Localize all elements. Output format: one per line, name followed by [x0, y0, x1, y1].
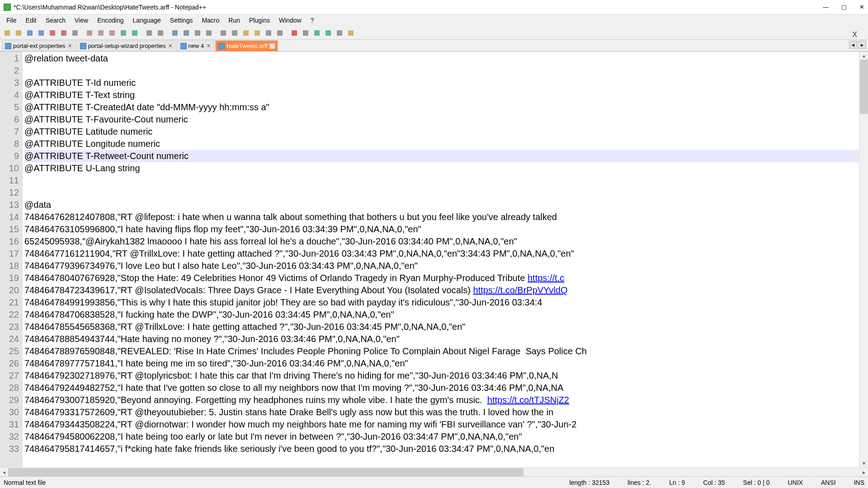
find-icon[interactable]	[144, 28, 155, 38]
code-line[interactable]: @ATTRIBUTE T-Favourite-Cout numeric	[24, 113, 868, 126]
paste-icon[interactable]	[107, 28, 118, 38]
stop-icon[interactable]	[300, 28, 311, 38]
code-line[interactable]: @ATTRIBUTE Latitude numeric	[24, 126, 868, 138]
menu-search[interactable]: Search	[41, 16, 70, 25]
code-line[interactable]: 748464788976590848,"REVEALED: 'Rise In H…	[24, 345, 868, 357]
copy-icon[interactable]	[95, 28, 106, 38]
tab-close-button[interactable]: ×	[67, 43, 73, 49]
code-line[interactable]	[24, 187, 868, 199]
code-line[interactable]: 748464788854943744,"Hate having no money…	[24, 333, 868, 345]
code-line[interactable]: @ATTRIBUTE T-Retweet-Count numeric	[24, 150, 868, 162]
func-list-icon[interactable]	[274, 28, 285, 38]
save-macro-icon[interactable]	[334, 28, 345, 38]
code-line[interactable]: 748464763105996800,"I hate having flips …	[24, 223, 868, 235]
play-multi-icon[interactable]	[323, 28, 334, 38]
wrap-icon[interactable]	[218, 28, 229, 38]
url-link[interactable]: https://t.co/tTJSNjZ2	[487, 395, 569, 405]
menu-encoding[interactable]: Encoding	[93, 16, 128, 25]
tab-next-button[interactable]: ►	[858, 41, 866, 49]
new-file-icon[interactable]	[2, 28, 13, 38]
undo-icon[interactable]	[118, 28, 129, 38]
tab-2[interactable]: new 4×	[177, 40, 215, 51]
play-icon[interactable]	[311, 28, 322, 38]
menu-help[interactable]: ?	[306, 16, 319, 25]
code-line[interactable]: 748464779396734976,"I love Leo but I als…	[24, 260, 868, 272]
code-line[interactable]: @ATTRIBUTE U-Lang string	[24, 162, 868, 174]
code-line[interactable]: 748464784723439617,"RT @IsolatedVocaIs: …	[24, 284, 868, 296]
menu-language[interactable]: Language	[128, 16, 165, 25]
menu-view[interactable]: View	[70, 16, 93, 25]
tab-close-button[interactable]: ×	[206, 43, 211, 49]
menu-settings[interactable]: Settings	[165, 16, 198, 25]
scroll-left-arrow[interactable]: ◄	[0, 468, 8, 476]
code-line[interactable]: @ATTRIBUTE T-Text string	[24, 89, 868, 101]
scroll-up-arrow[interactable]: ▲	[860, 52, 868, 60]
code-line[interactable]: 748464785545658368,"RT @TrillxLove: I ha…	[24, 321, 868, 333]
close-all-icon[interactable]	[58, 28, 69, 38]
code-line[interactable]: 748464762812407808,"RT @lifepost: i hate…	[24, 211, 868, 223]
scroll-right-arrow[interactable]: ►	[860, 468, 868, 476]
indent-guide-icon[interactable]	[241, 28, 251, 38]
maximize-button[interactable]: ▢	[841, 4, 847, 10]
horizontal-scrollbar[interactable]: ◄ ►	[0, 467, 868, 476]
url-link[interactable]: https://t.c	[528, 273, 564, 283]
mdi-close-button[interactable]: X	[852, 31, 857, 39]
code-line[interactable]: @ATTRIBUTE T-Id numeric	[24, 77, 868, 89]
code-line[interactable]: 748464784706838528,"I fucking hate the D…	[24, 309, 868, 321]
vertical-scroll-thumb[interactable]	[860, 60, 868, 114]
menu-plugins[interactable]: Plugins	[245, 16, 274, 25]
menu-run[interactable]: Run	[224, 16, 245, 25]
tab-0[interactable]: portal-ext properties×	[2, 40, 76, 51]
code-line[interactable]: 748464792449482752,"I hate that I've got…	[24, 382, 868, 394]
zoom-in-icon[interactable]	[170, 28, 180, 38]
menu-edit[interactable]: Edit	[21, 16, 41, 25]
code-line[interactable]: 65245095938,"@Airykah1382 lmaoooo I hate…	[24, 235, 868, 248]
code-line[interactable]: @ATTRIBUTE T-CreatedAt date "dd-MMM-yyyy…	[24, 101, 868, 113]
code-line[interactable]: 748464784991993856,"This is why I hate t…	[24, 296, 868, 309]
code-line[interactable]: 748464789777571841,"I hate being me im s…	[24, 357, 868, 370]
open-file-icon[interactable]	[13, 28, 24, 38]
tab-close-button[interactable]: ×	[269, 43, 275, 49]
close-icon[interactable]	[47, 28, 58, 38]
code-line[interactable]: @relation tweet-data	[24, 52, 868, 65]
code-line[interactable]: 748464793317572609,"RT @theyoutubieber: …	[24, 406, 868, 418]
code-line[interactable]: 748464793007185920,"Beyond annoying. For…	[24, 394, 868, 406]
code-line[interactable]: @ATTRIBUTE Longitude numeric	[24, 138, 868, 150]
code-line[interactable]: 74846477161211904,"RT @TrillxLove: I hat…	[24, 248, 868, 260]
replace-icon[interactable]	[155, 28, 166, 38]
code-area[interactable]: @relation tweet-data@ATTRIBUTE T-Id nume…	[23, 52, 868, 467]
doc-map-icon[interactable]	[263, 28, 274, 38]
url-link[interactable]: https://t.co/BrPpVYvldQ	[473, 285, 567, 295]
cut-icon[interactable]	[84, 28, 95, 38]
sync-h-icon[interactable]	[203, 28, 214, 38]
code-line[interactable]	[24, 65, 868, 77]
code-line[interactable]: @data	[24, 199, 868, 211]
save-icon[interactable]	[24, 28, 35, 38]
code-line[interactable]: 748464793443508224,"RT @diornotwar: I wo…	[24, 418, 868, 431]
code-line[interactable]: 748464794580062208,"I hate being too ear…	[24, 431, 868, 443]
redo-icon[interactable]	[129, 28, 140, 38]
zoom-out-icon[interactable]	[181, 28, 192, 38]
print-icon[interactable]	[70, 28, 80, 38]
vertical-scrollbar[interactable]: ▲ ▼	[859, 52, 868, 467]
scroll-down-arrow[interactable]: ▼	[860, 459, 868, 467]
record-icon[interactable]	[289, 28, 300, 38]
menu-window[interactable]: Window	[274, 16, 306, 25]
menu-file[interactable]: File	[2, 16, 21, 25]
code-line[interactable]	[24, 174, 868, 187]
tab-prev-button[interactable]: ◄	[849, 41, 857, 49]
minimize-button[interactable]: —	[823, 4, 829, 10]
code-line[interactable]: 748464792302718976,"RT @toplyricsbot: I …	[24, 370, 868, 382]
menu-macro[interactable]: Macro	[197, 16, 224, 25]
code-line[interactable]: 748464795817414657,"i f*cking hate fake …	[24, 443, 868, 455]
show-all-icon[interactable]	[229, 28, 240, 38]
save-all-icon[interactable]	[36, 28, 47, 38]
tab-3[interactable]: HateTweets.arff×	[215, 40, 278, 51]
tab-close-button[interactable]: ×	[168, 43, 173, 49]
folder-icon[interactable]	[252, 28, 263, 38]
sync-v-icon[interactable]	[192, 28, 203, 38]
code-line[interactable]: 748464780407676928,"Stop the Hate: 49 Ce…	[24, 272, 868, 284]
horizontal-scroll-thumb[interactable]	[8, 468, 524, 476]
close-window-button[interactable]: ✕	[859, 4, 864, 10]
tab-1[interactable]: portal-setup-wizard properties×	[77, 40, 176, 51]
